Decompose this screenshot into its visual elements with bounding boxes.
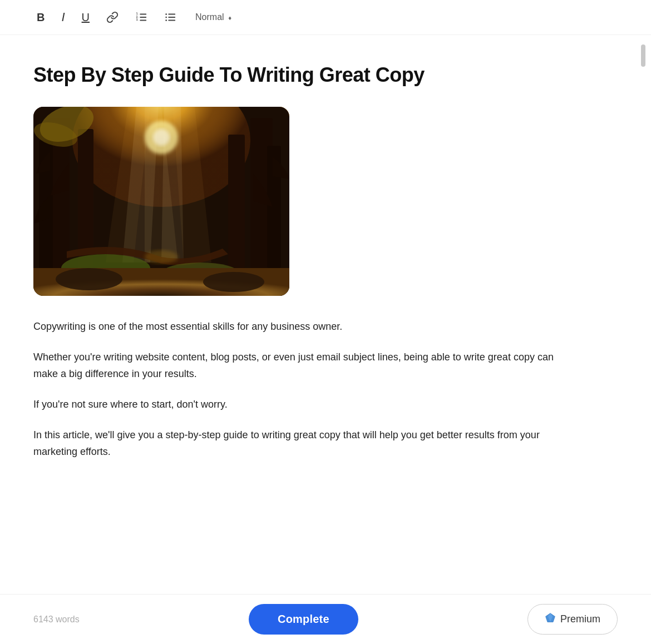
paragraph-2: Whether you're writing website content, … xyxy=(33,349,579,383)
svg-point-9 xyxy=(165,13,167,15)
italic-button[interactable]: I xyxy=(58,9,68,26)
scrollbar[interactable] xyxy=(641,44,645,67)
ordered-list-button[interactable]: 1. 2. 3. xyxy=(132,9,151,26)
svg-rect-23 xyxy=(228,135,245,268)
chevron-down-icon: ⬧ xyxy=(228,13,232,22)
paragraph-1: Copywriting is one of the most essential… xyxy=(33,318,579,335)
diamond-icon xyxy=(545,612,556,626)
word-count: 6143 words xyxy=(33,615,80,625)
bottom-bar: 6143 words Complete Premium xyxy=(0,594,651,644)
article-title: Step By Step Guide To Writing Great Copy xyxy=(33,63,579,87)
complete-button[interactable]: Complete xyxy=(249,604,358,635)
svg-text:3.: 3. xyxy=(136,18,139,21)
paragraph-4: In this article, we'll give you a step-b… xyxy=(33,427,579,460)
style-selector[interactable]: Normal ⬧ xyxy=(190,10,238,24)
svg-point-30 xyxy=(203,272,264,292)
article-image xyxy=(33,107,289,296)
svg-point-29 xyxy=(56,268,122,290)
svg-point-35 xyxy=(145,250,178,264)
content-area: Step By Step Guide To Writing Great Copy xyxy=(0,35,612,541)
svg-point-11 xyxy=(165,19,167,21)
svg-text:2.: 2. xyxy=(136,16,139,18)
style-label: Normal xyxy=(195,12,224,22)
link-button[interactable] xyxy=(103,9,122,26)
underline-button[interactable]: U xyxy=(78,9,93,25)
premium-button[interactable]: Premium xyxy=(527,604,618,635)
unordered-list-button[interactable] xyxy=(161,9,180,26)
premium-label: Premium xyxy=(560,613,600,625)
toolbar: B I U 1. 2. 3. Normal ⬧ xyxy=(0,0,651,35)
svg-text:1.: 1. xyxy=(136,12,139,15)
bold-button[interactable]: B xyxy=(33,9,48,25)
svg-point-10 xyxy=(165,17,167,18)
paragraph-3: If you're not sure where to start, don't… xyxy=(33,396,579,413)
svg-point-34 xyxy=(153,129,170,146)
article-body: Copywriting is one of the most essential… xyxy=(33,318,579,460)
